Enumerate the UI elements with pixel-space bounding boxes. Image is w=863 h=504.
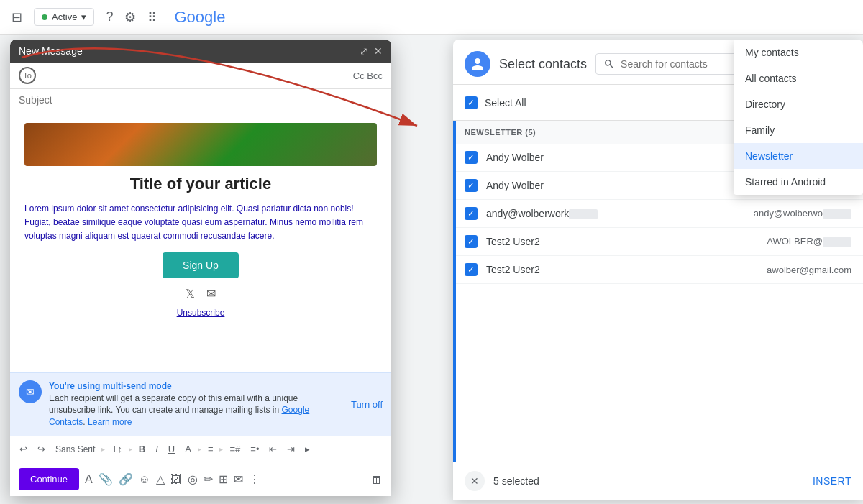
google-logo: Google [174, 8, 225, 27]
contacts-dropdown: My contacts All contacts Directory Famil… [734, 40, 863, 195]
contact-checkbox-5[interactable]: ✓ [465, 263, 478, 276]
multi-send-bar: ✉ You're using multi-send mode Each reci… [10, 372, 391, 436]
selected-count: 5 selected [493, 475, 539, 487]
text-format-icon[interactable]: A [85, 473, 93, 486]
close-icon[interactable]: ✕ [374, 45, 383, 57]
active-dot [42, 14, 47, 20]
compose-title: New Message [19, 45, 83, 57]
search-icon [603, 58, 615, 70]
pencil-icon[interactable]: ✏ [204, 472, 213, 486]
contact-name-5: Test2 User2 [486, 264, 758, 275]
confidential-icon[interactable]: ✉ [234, 472, 243, 486]
numbered-list-button[interactable]: ≡# [226, 441, 244, 457]
expand-icon[interactable]: ⤢ [360, 45, 368, 57]
insert-button[interactable]: INSERT [813, 475, 851, 487]
contacts-title: Select contacts [499, 57, 587, 72]
sliders-icon[interactable]: ⊟ [12, 9, 22, 25]
drive-icon[interactable]: △ [156, 472, 165, 486]
more-format-button[interactable]: ▸ [301, 441, 314, 457]
contacts-header: Select contacts My contacts All contacts… [453, 40, 863, 85]
indent-more-button[interactable]: ⇥ [283, 441, 298, 457]
font-size-button[interactable]: T↕ [108, 441, 125, 457]
link-icon[interactable]: 🔗 [119, 472, 133, 486]
contact-name-4: Test2 User2 [486, 236, 758, 247]
top-bar: ⊟ Active ▾ ? ⚙ ⠿ Google [0, 0, 863, 35]
compose-toolbar: ↩ ↪ Sans Serif ▸ T↕ ▸ B I U A ▸ ≡ ▸ ≡# ≡… [10, 436, 391, 462]
select-all-checkbox[interactable]: ✓ [465, 96, 478, 109]
emoji-icon[interactable]: ☺ [139, 473, 150, 486]
to-button[interactable]: To [19, 67, 36, 84]
contact-checkbox-1[interactable]: ✓ [465, 151, 478, 164]
continue-button[interactable]: Continue [19, 468, 79, 490]
template-icon[interactable]: ⊞ [219, 472, 228, 486]
unsubscribe-link[interactable]: Unsubscribe [24, 308, 377, 318]
cc-bcc-button[interactable]: Cc Bcc [353, 70, 383, 81]
attach-icon[interactable]: 📎 [99, 472, 113, 486]
underline-button[interactable]: U [165, 441, 178, 457]
article-title: Title of your article [24, 175, 377, 193]
more-options-icon[interactable]: ⋮ [249, 472, 260, 486]
multi-send-icon: ✉ [19, 380, 42, 403]
redo-button[interactable]: ↪ [34, 441, 49, 457]
active-button[interactable]: Active ▾ [34, 8, 94, 26]
compose-window: New Message – ⤢ ✕ To Cc Bcc Title of you… [10, 40, 391, 496]
close-footer-button[interactable]: ✕ [465, 471, 485, 491]
gear-icon[interactable]: ⚙ [124, 9, 136, 25]
contact-name-2: Andy Wolber [486, 180, 741, 191]
email-preview: Title of your article Lorem ipsum dolor … [10, 111, 391, 329]
to-row: To Cc Bcc [10, 63, 391, 89]
align-button[interactable]: ≡ [204, 441, 217, 457]
help-icon[interactable]: ? [106, 9, 113, 24]
contacts-footer: ✕ 5 selected INSERT [453, 462, 863, 500]
blue-accent [453, 121, 456, 462]
contact-checkbox-4[interactable]: ✓ [465, 235, 478, 248]
contacts-panel: Select contacts My contacts All contacts… [453, 40, 863, 500]
minimize-icon[interactable]: – [348, 45, 354, 57]
lorem-text: Lorem ipsum dolor sit amet consectetur a… [24, 202, 377, 244]
contact-name-1: Andy Wolber [486, 152, 772, 163]
contact-email-5: awolber@gmail.com [767, 265, 851, 275]
font-selector[interactable]: Sans Serif [52, 441, 99, 457]
twitter-icon: 𝕏 [186, 287, 195, 301]
chevron-down-icon: ▾ [81, 12, 86, 22]
text-color-button[interactable]: A [181, 441, 195, 457]
social-icons: 𝕏 ✉ [24, 287, 377, 301]
indent-less-button[interactable]: ⇤ [265, 441, 280, 457]
photo-icon[interactable]: 🖼 [170, 473, 182, 486]
contact-checkbox-3[interactable]: ✓ [465, 207, 478, 220]
email-icon: ✉ [206, 287, 216, 301]
multi-send-desc: Each recipient will get a separate copy … [49, 393, 298, 416]
dropdown-item-family[interactable]: Family [734, 117, 863, 143]
compose-body: Title of your article Lorem ipsum dolor … [10, 111, 391, 372]
dropdown-item-starred[interactable]: Starred in Android [734, 169, 863, 195]
grid-icon[interactable]: ⠿ [147, 9, 157, 25]
dropdown-item-all-contacts[interactable]: All contacts [734, 65, 863, 91]
multi-send-title: You're using multi-send mode [49, 381, 172, 391]
compose-bottom: Continue A 📎 🔗 ☺ △ 🖼 ◎ ✏ ⊞ ✉ ⋮ 🗑 [10, 462, 391, 496]
contact-row[interactable]: ✓ Test2 User2 AWOLBER@ [453, 228, 863, 256]
contact-checkbox-2[interactable]: ✓ [465, 179, 478, 192]
subject-input[interactable] [19, 94, 383, 106]
contact-row[interactable]: ✓ andy@wolberwork andy@wolberwo [453, 200, 863, 228]
dropdown-item-newsletter[interactable]: Newsletter [734, 143, 863, 169]
trash-icon[interactable]: 🗑 [371, 473, 383, 486]
sign-up-button[interactable]: Sign Up [163, 252, 239, 278]
multi-send-text: You're using multi-send mode Each recipi… [49, 380, 344, 429]
signature-icon[interactable]: ◎ [188, 472, 198, 486]
compose-header: New Message – ⤢ ✕ [10, 40, 391, 63]
dropdown-item-my-contacts[interactable]: My contacts [734, 40, 863, 65]
select-all-label: Select All [485, 97, 762, 109]
bullet-list-button[interactable]: ≡• [247, 441, 262, 457]
contact-email-4: AWOLBER@ [767, 236, 851, 247]
bold-button[interactable]: B [135, 441, 149, 457]
turn-off-button[interactable]: Turn off [351, 399, 383, 410]
italic-button[interactable]: I [152, 441, 162, 457]
active-label: Active [52, 12, 77, 22]
undo-button[interactable]: ↩ [16, 441, 31, 457]
contact-row[interactable]: ✓ Test2 User2 awolber@gmail.com [453, 256, 863, 284]
dropdown-item-directory[interactable]: Directory [734, 91, 863, 117]
compose-header-icons: – ⤢ ✕ [348, 45, 383, 57]
to-input[interactable] [42, 70, 353, 81]
learn-more-link[interactable]: Learn more [88, 417, 132, 427]
contacts-panel-icon [465, 51, 490, 77]
